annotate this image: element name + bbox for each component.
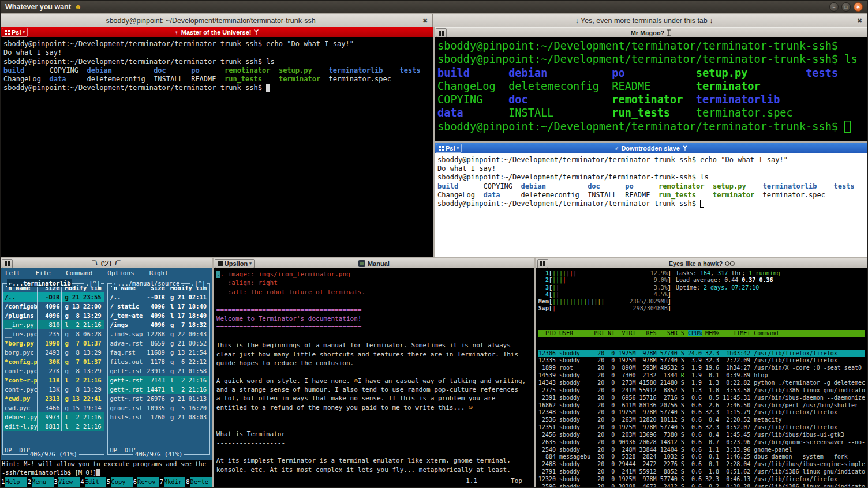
titlebar-master[interactable]: Psi ▾ ♀ Master of the Universe! bbox=[1, 27, 433, 37]
process-row[interactable]: 16862 sboddy 20 0 611M 80136 20756 S 0.6… bbox=[538, 402, 865, 410]
file-row[interactable]: faq.rst11689g 13 21:54 bbox=[108, 348, 209, 357]
htop-summary: Tasks: 164, 317 thr; 1 runningLoad avera… bbox=[671, 270, 865, 313]
process-row[interactable]: 12320 sboddy 20 0 1925M 978M 57740 S 0.6… bbox=[538, 476, 865, 483]
file-row[interactable]: /plugins4096g 8 13:29 bbox=[3, 311, 104, 320]
vim-screen[interactable]: .. image:: imgs/icon_terminator.png :ali… bbox=[214, 268, 534, 487]
group-button-magoo[interactable] bbox=[436, 28, 447, 37]
mc-left-panel[interactable]: ←...terminatorlib .[^] 'n Name Size Modi… bbox=[2, 283, 104, 455]
process-row[interactable]: 14539 sboddy 20 0 7300 2132 1344 R 1.9 0… bbox=[538, 372, 865, 380]
group-button-upsilon[interactable]: Upsilon ▾ bbox=[215, 259, 255, 268]
menu-item[interactable]: Command bbox=[66, 268, 92, 278]
fkey-4[interactable]: 4Edit bbox=[80, 477, 106, 487]
mc-left-path[interactable]: ←...terminatorlib bbox=[7, 279, 72, 287]
file-row[interactable]: cont~.pyc13Kg 8 13:29 bbox=[3, 385, 104, 394]
mc-hint-line: Hint: M-! will allow you to execute prog… bbox=[1, 460, 212, 468]
file-row[interactable]: __in~.py810l 2 21:16 bbox=[3, 320, 104, 329]
file-row[interactable]: files.out1178g 6 22:12 bbox=[108, 357, 209, 366]
process-row[interactable]: 2596 sboddy 20 0 38388 4672 2412 S 0.6 0… bbox=[538, 483, 865, 487]
midnight-commander-screen[interactable]: LeftFileCommandOptionsRight ←...terminat… bbox=[1, 268, 212, 487]
file-row[interactable]: adva~.rst8659g 21 00:52 bbox=[108, 339, 209, 348]
group-button-psi[interactable]: Psi ▾ bbox=[436, 144, 462, 153]
file-row[interactable]: /imgs4096g 7 18:32 bbox=[108, 320, 209, 329]
mc-command-line[interactable]: -ssh/terminatorlib$ [M 0!] bbox=[1, 468, 212, 477]
mc-right-panel[interactable]: ←.../manual/source .[^] 'n Name Size Mod… bbox=[107, 283, 209, 455]
menu-item[interactable]: Options bbox=[107, 268, 134, 278]
file-row[interactable]: .ind~.swp12288g 22 00:43 bbox=[108, 329, 209, 339]
file-row[interactable]: debu~r.py9973l 2 21:16 bbox=[3, 412, 104, 422]
file-row[interactable]: *cont~r.py11Kl 2 21:16 bbox=[3, 376, 104, 385]
file-row[interactable]: conf~.pyc27Kg 8 13:29 bbox=[3, 366, 104, 376]
file-row[interactable]: *cwd.py2313g 13 22:41 bbox=[3, 394, 104, 403]
process-row[interactable]: 14343 sboddy 20 0 273M 41580 21480 S 1.9… bbox=[538, 380, 865, 387]
file-row[interactable]: hist~.rst1760g 21 08:03 bbox=[108, 412, 209, 422]
file-row[interactable]: *borg.py1990g 7 01:37 bbox=[3, 339, 104, 348]
terminal-line: ====================================== bbox=[216, 306, 532, 314]
process-row[interactable]: 2540 sboddy 20 0 248M 33844 12404 S 0.6 … bbox=[538, 446, 865, 454]
file-row[interactable]: /_tem~ates4096l 17 18:40 bbox=[108, 311, 209, 320]
fkey-6[interactable]: 6Re~ov bbox=[133, 477, 159, 487]
fkey-8[interactable]: 8De~te bbox=[185, 477, 212, 487]
process-row[interactable]: 12348 sboddy 20 0 1925M 978M 57740 S 0.6… bbox=[538, 409, 865, 416]
menu-item[interactable]: Left bbox=[5, 268, 21, 278]
file-row[interactable]: gett~.rst23913g 21 01:58 bbox=[108, 366, 209, 376]
terminal-screen-slave[interactable]: sboddy@pinpoint:~/Development/terminator… bbox=[435, 153, 867, 257]
process-row[interactable]: 884 messagebu 20 0 5328 2824 1032 S 0.6 … bbox=[538, 453, 865, 461]
process-row[interactable]: 2391 sboddy 20 0 6956 15716 2716 S 0.6 0… bbox=[538, 395, 865, 402]
process-row[interactable]: 2635 sboddy 20 0 90936 20628 14812 S 0.6… bbox=[538, 439, 865, 446]
file-row[interactable]: borg.pyc2493g 8 13:29 bbox=[3, 348, 104, 357]
minimize-button[interactable]: – bbox=[829, 2, 839, 12]
close-button[interactable]: ✖ bbox=[854, 2, 863, 12]
terminal-line: Uptime: 2 days, 07:27:10 bbox=[676, 284, 865, 291]
window-titlebar[interactable]: Whatever you want ☻ – □ ✖ bbox=[1, 1, 867, 13]
mc-right-path[interactable]: ←.../manual/source bbox=[112, 279, 181, 287]
file-row[interactable]: grou~.rst10935g 5 16:20 bbox=[108, 403, 209, 412]
file-row[interactable]: /_static4096l 17 18:40 bbox=[108, 302, 209, 311]
tab-left[interactable]: sboddy@pinpoint: ~/Development/terminato… bbox=[1, 14, 433, 27]
process-row[interactable]: 2775 sboddy 20 0 241M 55912 8852 S 1.3 1… bbox=[538, 387, 865, 395]
group-button-htop[interactable] bbox=[537, 259, 548, 268]
file-row[interactable]: edit~l.py8813l 2 21:16 bbox=[3, 422, 104, 431]
menu-item[interactable]: File bbox=[36, 268, 51, 278]
titlebar-magoo[interactable]: Mr Magoo? bbox=[435, 27, 867, 37]
process-row[interactable]: 2536 sboddy 20 0 263M 12820 10112 S 0.6 … bbox=[538, 416, 865, 424]
file-row[interactable]: /configobj4096g 13 22:00 bbox=[3, 302, 104, 311]
terminal-screen-magoo[interactable]: sboddy@pinpoint:~/Development/terminator… bbox=[435, 37, 867, 141]
process-row[interactable]: 1899 root 20 0 890M 593M 49532 S 1.9 19.… bbox=[538, 365, 865, 372]
titlebar-slave[interactable]: Psi ▾ ♂ Downtrodden slave bbox=[435, 143, 867, 153]
menu-item[interactable]: Right bbox=[149, 268, 169, 278]
process-row[interactable]: 12306 sboddy 20 0 1925M 978M 57740 S 24.… bbox=[538, 350, 865, 358]
file-row[interactable]: gett~.rst14471l 2 21:16 bbox=[108, 385, 209, 394]
htop-screen[interactable]: 1[|||||||12.9%] 2[||||9.0%] 3[||3.3%] 4[… bbox=[536, 268, 867, 487]
smiley-icon: ☻ bbox=[74, 3, 82, 11]
fkey-5[interactable]: 5Copy bbox=[106, 477, 133, 487]
fkey-2[interactable]: 2Menu bbox=[27, 477, 54, 487]
fkey-1[interactable]: 1Help bbox=[1, 477, 27, 487]
titlebar-mc[interactable]: ¯\_(ツ)_/¯ bbox=[1, 258, 212, 268]
process-row[interactable]: 12335 sboddy 20 0 1925M 978M 57740 S 3.9… bbox=[538, 357, 865, 365]
process-row[interactable]: 2791 sboddy 20 0 241M 55912 8852 S 0.6 1… bbox=[538, 468, 865, 476]
process-row[interactable]: 2488 sboddy 20 0 29444 2472 2276 S 0.6 0… bbox=[538, 461, 865, 468]
file-row[interactable]: gett~.rst7143l 2 21:16 bbox=[108, 376, 209, 385]
file-row[interactable]: /..--DIRg 21 02:11 bbox=[108, 292, 209, 302]
file-row[interactable]: cwd.pyc3466g 15 19:14 bbox=[3, 403, 104, 412]
group-button-psi[interactable]: Psi ▾ bbox=[2, 28, 28, 37]
process-row[interactable]: 2456 sboddy 20 0 203M 13696 7380 S 0.6 0… bbox=[538, 431, 865, 439]
group-button-mc[interactable] bbox=[2, 259, 13, 268]
file-row[interactable]: gett~.rst26976g 21 01:13 bbox=[108, 394, 209, 403]
tab-right-close-icon[interactable]: ✖ bbox=[855, 17, 865, 25]
maximize-button[interactable]: □ bbox=[841, 2, 851, 12]
titlebar-htop[interactable]: Eyes like a hawk? bbox=[536, 258, 867, 268]
group-name: Upsilon bbox=[225, 260, 248, 267]
file-row[interactable]: /..-DIRg 21 23:55 bbox=[3, 292, 104, 302]
tab-left-close-icon[interactable]: ✖ bbox=[420, 17, 430, 25]
terminal-screen-master[interactable]: sboddy@pinpoint:~/Development/terminator… bbox=[1, 37, 433, 257]
file-row[interactable]: __in~.pyc235g 8 06:28 bbox=[3, 329, 104, 339]
fkey-3[interactable]: 3View bbox=[54, 477, 80, 487]
tab-right[interactable]: ↓ Yes, even more terminals under this ta… bbox=[433, 14, 867, 27]
titlebar-vim[interactable]: Upsilon ▾ Manual bbox=[214, 258, 534, 268]
file-row[interactable]: *config.py30Kg 7 01:37 bbox=[3, 357, 104, 366]
htop-table-header[interactable]: PID USER PRI NI VIRT RES SHR S CPU% MEM%… bbox=[538, 330, 865, 337]
process-row[interactable]: 12351 sboddy 20 0 1925M 978M 57740 S 0.6… bbox=[538, 424, 865, 431]
terminal-pane-vim: Upsilon ▾ Manual .. image:: imgs/icon_te… bbox=[214, 258, 534, 487]
fkey-7[interactable]: 7Mkdir bbox=[159, 477, 186, 487]
